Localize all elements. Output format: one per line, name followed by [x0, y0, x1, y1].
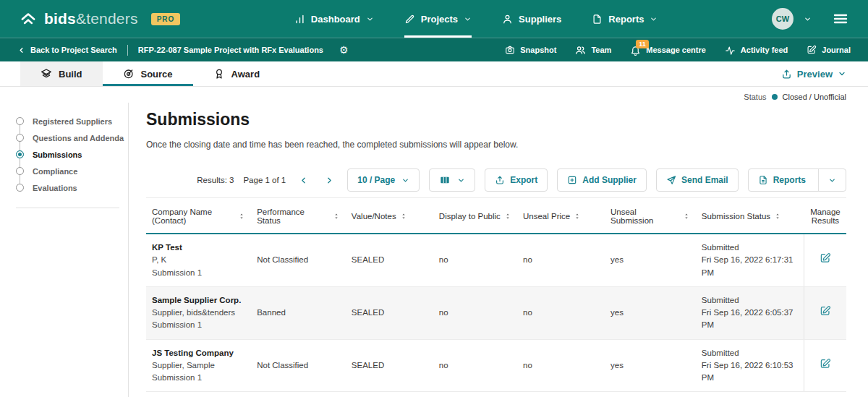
user-avatar[interactable]: CW: [772, 8, 793, 30]
chevron-left-icon: [17, 46, 25, 54]
tab-source-label: Source: [141, 69, 173, 80]
step-circle-icon: [16, 184, 24, 192]
cell-display-to-public: no: [433, 286, 517, 339]
contact-name: P, K: [152, 254, 245, 266]
reports-label: Reports: [773, 175, 806, 185]
sort-company[interactable]: Company Name (Contact): [152, 208, 245, 225]
sidebar-item-questions-and-addenda[interactable]: Questions and Addenda: [16, 129, 128, 146]
edit-square-icon[interactable]: [820, 252, 831, 264]
sidebar-item-compliance[interactable]: Compliance: [16, 163, 128, 179]
cell-value-notes: SEALED: [346, 234, 433, 286]
table-header-row: Company Name (Contact) Performance Statu…: [146, 198, 846, 234]
tab-award[interactable]: Award: [193, 61, 281, 86]
step-circle-icon: [16, 167, 24, 175]
cell-unseal-submission: yes: [605, 339, 696, 392]
sidebar-stepper: Registered Suppliers Questions and Adden…: [9, 103, 129, 397]
add-supplier-button[interactable]: Add Supplier: [557, 168, 647, 192]
nav-item-dashboard[interactable]: Dashboard: [294, 0, 374, 38]
chevron-down-icon[interactable]: [804, 15, 812, 23]
column-header-display-to-public: Display to Public: [433, 198, 517, 234]
team-button[interactable]: Team: [575, 45, 611, 56]
people-icon: [575, 45, 586, 56]
message-centre-button[interactable]: 11 Message centre: [630, 45, 706, 56]
divider: [16, 208, 119, 208]
next-page-button[interactable]: [321, 176, 338, 185]
sidebar-item-label: Submissions: [33, 150, 82, 159]
step-circle-active-icon: [16, 150, 24, 158]
submission-label: Submission 1: [152, 267, 245, 279]
preview-label: Preview: [797, 69, 833, 80]
cell-unseal-price: no: [517, 286, 605, 339]
company-name: JS Testing Company: [152, 347, 245, 359]
submission-status: Submitted: [702, 242, 799, 254]
reports-split-button[interactable]: Reports: [748, 168, 846, 192]
message-centre-label: Message centre: [646, 46, 706, 54]
company-name: KP Test: [152, 242, 245, 254]
snapshot-label: Snapshot: [520, 46, 556, 54]
column-header-unseal-price: Unseal Price: [517, 198, 605, 234]
project-bar: Back to Project Search RFP-22-087 Sample…: [0, 38, 868, 61]
activity-feed-button[interactable]: Activity feed: [725, 45, 788, 56]
header-label: Performance Status: [257, 208, 329, 225]
file-text-icon: [758, 175, 768, 185]
sort-unseal-price[interactable]: Unseal Price: [523, 212, 581, 221]
export-button[interactable]: Export: [485, 168, 548, 192]
edit-square-icon[interactable]: [820, 305, 831, 317]
sidebar-item-label: Questions and Addenda: [33, 134, 124, 142]
chevron-down-icon: [366, 15, 374, 23]
hamburger-menu-icon[interactable]: [832, 10, 849, 27]
brand-logo[interactable]: bids&tenders PRO: [19, 9, 180, 28]
content-area: Registered Suppliers Questions and Adden…: [0, 103, 868, 397]
sidebar-item-registered-suppliers[interactable]: Registered Suppliers: [16, 113, 128, 129]
back-to-project-search-link[interactable]: Back to Project Search: [17, 46, 117, 54]
nav-label-projects: Projects: [421, 14, 458, 25]
send-email-label: Send Email: [681, 175, 728, 185]
upload-icon: [495, 175, 505, 185]
chevron-down-icon[interactable]: [828, 176, 836, 184]
chevron-down-icon: [650, 15, 658, 23]
tab-source[interactable]: Source: [103, 61, 193, 86]
pencil-icon: [404, 14, 415, 25]
sort-unseal-submission[interactable]: Unseal Submission: [610, 208, 690, 225]
nav-item-suppliers[interactable]: Suppliers: [502, 0, 561, 38]
sidebar-item-label: Compliance: [33, 167, 77, 176]
project-title: RFP-22-087 Sample Project with RFx Evalu…: [138, 46, 323, 54]
tab-build[interactable]: Build: [20, 61, 103, 86]
cell-manage-results: [804, 234, 846, 286]
cell-value-notes: SEALED: [346, 339, 433, 392]
nav-item-projects[interactable]: Projects: [404, 0, 472, 38]
page-title: Submissions: [146, 110, 846, 129]
gear-icon[interactable]: ⚙: [339, 45, 349, 55]
phase-tab-bar: Build Source Award Preview: [0, 61, 868, 87]
prev-page-button[interactable]: [295, 176, 312, 185]
chevron-down-icon: [838, 69, 846, 78]
tab-award-label: Award: [231, 69, 260, 80]
edit-square-icon: [807, 45, 817, 55]
cell-company: KP Test P, K Submission 1: [146, 234, 251, 286]
person-icon: [502, 14, 513, 25]
sort-performance[interactable]: Performance Status: [257, 208, 340, 225]
edit-square-icon[interactable]: [820, 358, 831, 370]
preview-button[interactable]: Preview: [781, 61, 846, 86]
sort-icon: [504, 212, 511, 221]
cell-performance-status: Banned: [251, 286, 346, 339]
sort-value-notes[interactable]: Value/Notes: [352, 212, 407, 221]
snapshot-button[interactable]: Snapshot: [505, 45, 556, 55]
cell-unseal-submission: yes: [605, 286, 696, 339]
journal-button[interactable]: Journal: [807, 45, 851, 55]
sort-display-to-public[interactable]: Display to Public: [439, 212, 511, 221]
sidebar-item-submissions[interactable]: Submissions: [16, 146, 128, 163]
project-bar-actions: Snapshot Team 11 Message centre Activity…: [505, 45, 851, 56]
nav-item-reports[interactable]: Reports: [592, 0, 658, 38]
submission-status: Submitted: [702, 347, 799, 359]
send-email-button[interactable]: Send Email: [656, 168, 739, 192]
sort-submission-status[interactable]: Submission Status: [702, 212, 781, 221]
per-page-dropdown[interactable]: 10 / Page: [347, 168, 420, 192]
columns-dropdown[interactable]: [429, 168, 475, 192]
sidebar-item-evaluations[interactable]: Evaluations: [16, 179, 128, 196]
column-header-manage-results: Manage Results: [804, 198, 846, 234]
submission-status: Submitted: [702, 294, 799, 307]
file-icon: [592, 14, 603, 25]
paper-plane-icon: [666, 175, 676, 185]
sort-icon: [333, 212, 340, 221]
